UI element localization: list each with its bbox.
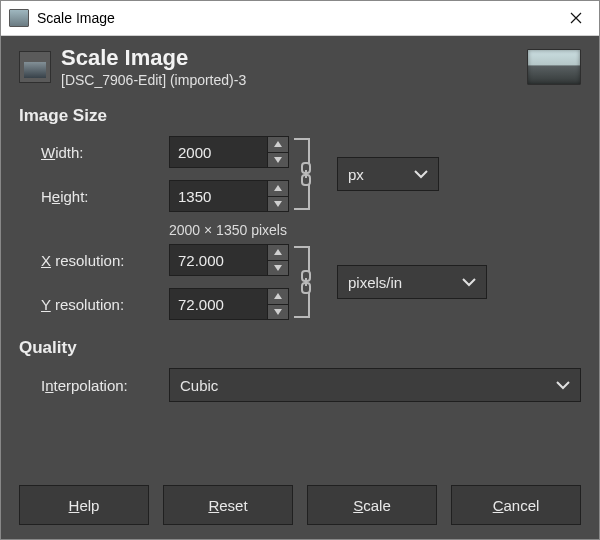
width-step-up[interactable]	[268, 137, 288, 152]
x-res-step-up[interactable]	[268, 245, 288, 260]
height-step-down[interactable]	[268, 196, 288, 212]
x-resolution-label: X resolution:	[41, 252, 169, 269]
chain-link-icon	[298, 270, 314, 294]
interpolation-dropdown[interactable]: Cubic	[169, 368, 581, 402]
chevron-down-icon	[556, 380, 570, 390]
dialog-title: Scale Image	[61, 46, 246, 70]
dialog-header: Scale Image [DSC_7906-Edit] (imported)-3	[19, 36, 581, 100]
width-input[interactable]	[169, 136, 289, 168]
scale-image-dialog: Scale Image Scale Image [DSC_7906-Edit] …	[0, 0, 600, 540]
dialog-button-bar: Help Reset Scale Cancel	[19, 471, 581, 539]
y-resolution-input[interactable]	[169, 288, 289, 320]
height-label: Height:	[41, 188, 169, 205]
resolution-linked-group: X resolution: Y resolution:	[41, 244, 581, 320]
height-field[interactable]	[170, 181, 267, 211]
width-step-down[interactable]	[268, 152, 288, 168]
width-field[interactable]	[170, 137, 267, 167]
size-unit-dropdown[interactable]: px	[337, 157, 439, 191]
section-image-size-title: Image Size	[19, 106, 581, 126]
y-resolution-label: Y resolution:	[41, 296, 169, 313]
app-icon	[9, 9, 29, 27]
x-res-step-down[interactable]	[268, 260, 288, 276]
scale-button[interactable]: Scale	[307, 485, 437, 525]
x-resolution-input[interactable]	[169, 244, 289, 276]
titlebar[interactable]: Scale Image	[1, 1, 599, 36]
image-thumbnail	[527, 49, 581, 85]
dimension-readout: 2000 × 1350 pixels	[169, 222, 581, 238]
height-step-up[interactable]	[268, 181, 288, 196]
help-button[interactable]: Help	[19, 485, 149, 525]
size-linked-group: Width: Height:	[41, 136, 581, 212]
window-title: Scale Image	[37, 10, 553, 26]
y-res-step-down[interactable]	[268, 304, 288, 320]
y-res-step-up[interactable]	[268, 289, 288, 304]
cancel-button[interactable]: Cancel	[451, 485, 581, 525]
width-label: Width:	[41, 144, 169, 161]
height-input[interactable]	[169, 180, 289, 212]
close-icon	[570, 12, 582, 24]
resolution-unit-dropdown[interactable]: pixels/in	[337, 265, 487, 299]
scale-image-icon	[19, 51, 51, 83]
reset-button[interactable]: Reset	[163, 485, 293, 525]
x-resolution-field[interactable]	[170, 245, 267, 275]
size-aspect-lock[interactable]	[294, 138, 318, 210]
close-button[interactable]	[553, 1, 599, 35]
chevron-down-icon	[414, 169, 428, 179]
dialog-subtitle: [DSC_7906-Edit] (imported)-3	[61, 72, 246, 88]
section-quality-title: Quality	[19, 338, 581, 358]
interpolation-label: Interpolation:	[41, 377, 169, 394]
chain-link-icon	[298, 162, 314, 186]
dialog-content: Scale Image [DSC_7906-Edit] (imported)-3…	[1, 36, 599, 539]
chevron-down-icon	[462, 277, 476, 287]
y-resolution-field[interactable]	[170, 289, 267, 319]
resolution-aspect-lock[interactable]	[294, 246, 318, 318]
